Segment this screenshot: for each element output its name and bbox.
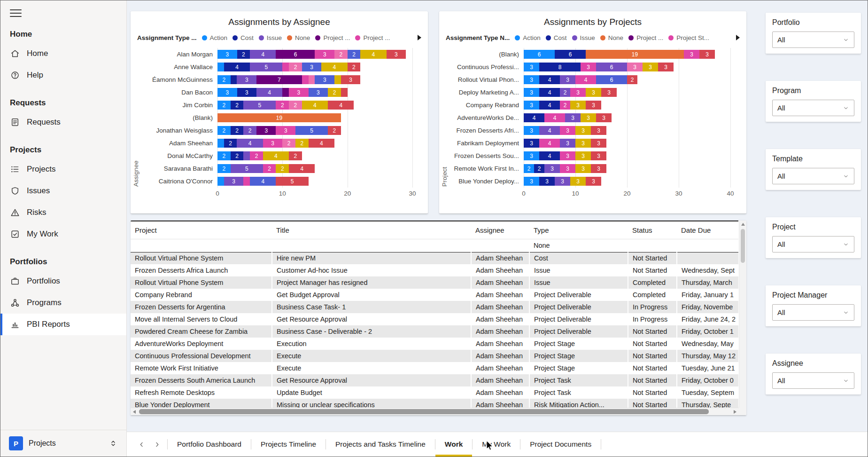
sidebar-item-projects[interactable]: Projects: [0, 158, 126, 180]
bar-segment[interactable]: 2: [250, 151, 263, 160]
bar-segment[interactable]: [309, 75, 315, 84]
page-nav-prev-icon[interactable]: [138, 441, 145, 448]
bar-segment[interactable]: 3: [341, 75, 361, 84]
bar-segment[interactable]: 3: [309, 88, 328, 97]
legend-item-none[interactable]: None: [600, 34, 623, 41]
bar-segment[interactable]: 3: [315, 50, 334, 59]
bar-segment[interactable]: 4: [575, 75, 596, 84]
sidebar-item-risks[interactable]: Risks: [0, 202, 126, 223]
column-header-project[interactable]: Project: [131, 221, 272, 239]
bar-segment[interactable]: 3: [524, 75, 539, 84]
bar-segment[interactable]: [282, 63, 289, 71]
bar-segment[interactable]: 3: [524, 63, 539, 71]
bar-segment[interactable]: 3: [560, 126, 575, 135]
bar-segment[interactable]: 3: [627, 63, 643, 71]
bar-segment[interactable]: 3: [276, 126, 295, 135]
bar-segment[interactable]: 4: [302, 101, 328, 110]
bar-segment[interactable]: 3: [289, 88, 309, 97]
filter-dropdown-assignee[interactable]: All: [772, 372, 854, 389]
bar-segment[interactable]: 3: [699, 50, 715, 59]
bar-segment[interactable]: 2: [328, 88, 341, 97]
tab-my-work[interactable]: My Work: [473, 432, 520, 457]
bar-segment[interactable]: 5: [250, 63, 282, 71]
bar-segment[interactable]: 2: [289, 63, 302, 71]
bar-segment[interactable]: 3: [524, 126, 539, 135]
bar-segment[interactable]: 6: [596, 63, 627, 71]
bar-segment[interactable]: 2: [328, 126, 341, 135]
bar-segment[interactable]: 3: [263, 139, 283, 148]
bar-segment[interactable]: [243, 177, 250, 186]
bar-segment[interactable]: 2: [524, 164, 534, 173]
bar-segment[interactable]: 3: [217, 50, 237, 59]
bar-segment[interactable]: 2: [295, 139, 309, 148]
bar-segment[interactable]: 3: [586, 88, 601, 97]
bar-segment[interactable]: 2: [334, 50, 348, 59]
bar-segment[interactable]: 5: [231, 164, 263, 173]
column-header-title[interactable]: Title: [272, 221, 471, 239]
bar-segment[interactable]: 3: [575, 139, 591, 148]
bar-segment[interactable]: 3: [684, 50, 699, 59]
legend-item-cost[interactable]: Cost: [546, 34, 567, 41]
bar-segment[interactable]: 2: [289, 151, 302, 160]
bar-segment[interactable]: 2: [534, 164, 544, 173]
bar-segment[interactable]: 4: [360, 50, 386, 59]
legend-scroll-right-icon[interactable]: [736, 35, 740, 40]
bar-segment[interactable]: 2: [348, 63, 361, 71]
bar-segment[interactable]: 2: [231, 151, 244, 160]
environment-switcher[interactable]: P Projects: [0, 430, 126, 457]
table-row[interactable]: Move all Internal Servers to CloudGet Re…: [131, 313, 738, 325]
table-row[interactable]: Refresh Remote DesktopsUpdate BudgetAdam…: [131, 386, 738, 399]
bar-segment[interactable]: 5: [243, 101, 276, 110]
column-header-status[interactable]: Status: [628, 221, 677, 239]
bar-segment[interactable]: [217, 63, 224, 71]
bar-segment[interactable]: 3: [524, 139, 539, 148]
page-nav-next-icon[interactable]: [154, 441, 161, 448]
bar-segment[interactable]: 19: [586, 50, 684, 59]
bar-segment[interactable]: 4: [263, 151, 289, 160]
bar-segment[interactable]: 4: [539, 88, 560, 97]
horizontal-scroll-thumb[interactable]: [139, 409, 709, 414]
bar-segment[interactable]: 3: [658, 63, 674, 71]
sidebar-item-issues[interactable]: Issues: [0, 180, 126, 202]
bar-segment[interactable]: 4: [237, 139, 263, 148]
bar-segment[interactable]: [217, 139, 224, 148]
bar-segment[interactable]: [231, 75, 237, 84]
bar-segment[interactable]: 5: [295, 126, 328, 135]
legend-item-project-st[interactable]: Project St...: [668, 34, 709, 41]
bar-segment[interactable]: 2: [263, 164, 276, 173]
bar-segment[interactable]: 3: [256, 126, 276, 135]
bar-segment[interactable]: 3: [591, 139, 606, 148]
bar-segment[interactable]: 3: [224, 177, 244, 186]
bar-segment[interactable]: 2: [217, 164, 231, 173]
table-row[interactable]: AdventureWorks DeploymentExecutionAdam S…: [131, 338, 738, 350]
bar-segment[interactable]: 3: [581, 63, 596, 71]
sidebar-item-requests[interactable]: Requests: [0, 111, 126, 133]
bar-segment[interactable]: 4: [289, 164, 315, 173]
bar-segment[interactable]: 4: [256, 88, 282, 97]
bar-segment[interactable]: 4: [544, 113, 565, 122]
bar-segment[interactable]: 2: [231, 126, 244, 135]
bar-segment[interactable]: 3: [555, 177, 570, 186]
filter-dropdown-project[interactable]: All: [772, 236, 854, 252]
bar-segment[interactable]: 3: [560, 139, 575, 148]
bar-segment[interactable]: 4: [539, 139, 560, 148]
bar-segment[interactable]: 3: [237, 88, 257, 97]
vertical-scroll-thumb[interactable]: [741, 229, 745, 263]
bar-segment[interactable]: 6: [276, 50, 315, 59]
bar-segment[interactable]: 3: [596, 113, 612, 122]
bar-segment[interactable]: 4: [539, 101, 560, 110]
bar-segment[interactable]: 3: [570, 177, 586, 186]
vertical-scrollbar[interactable]: [739, 221, 746, 408]
bar-segment[interactable]: 3: [524, 177, 539, 186]
bar-segment[interactable]: 4: [250, 177, 276, 186]
table-row[interactable]: Frozen Desserts Africa LaunchCustomer Ad…: [131, 264, 738, 276]
bar-segment[interactable]: 3: [315, 75, 334, 84]
filter-dropdown-project-manager[interactable]: All: [772, 304, 854, 321]
table-row[interactable]: Remote Work First InitiativeExecuteAdam …: [131, 362, 738, 374]
bar-segment[interactable]: 3: [591, 126, 606, 135]
bar-segment[interactable]: 3: [539, 177, 555, 186]
bar-segment[interactable]: 2: [289, 101, 302, 110]
bar-segment[interactable]: 2: [217, 151, 231, 160]
bar-segment[interactable]: 4: [539, 75, 560, 84]
legend-item-issue[interactable]: Issue: [259, 34, 282, 41]
